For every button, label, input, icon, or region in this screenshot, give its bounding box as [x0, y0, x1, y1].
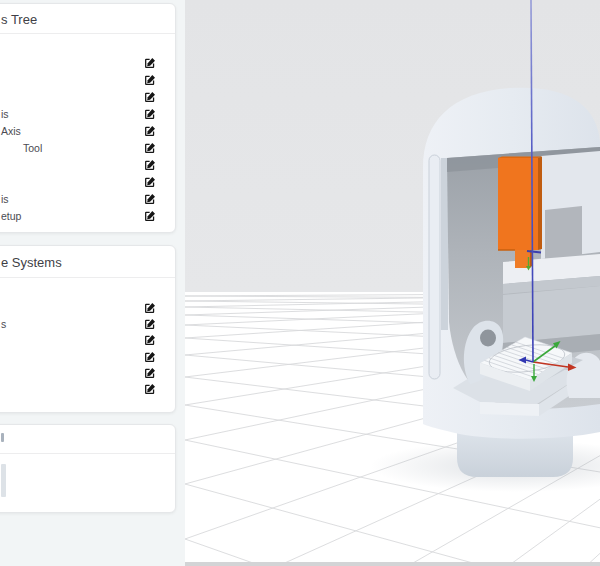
interior-rear-slab [503, 286, 600, 343]
cropped-icon-fragment [1, 433, 4, 442]
panel-systems-header: e Systems [0, 246, 175, 278]
tree-row[interactable]: Axis [0, 123, 175, 140]
cropped-icon-fragment [1, 464, 6, 497]
viewport-3d[interactable] [185, 0, 600, 566]
tree-row[interactable]: etup [0, 208, 175, 225]
edit-icon[interactable] [144, 334, 156, 346]
edit-icon[interactable] [144, 74, 156, 86]
edit-icon[interactable] [144, 367, 156, 379]
tree-row[interactable] [0, 55, 175, 72]
trunnion-arm-hole [480, 330, 496, 347]
tree-row[interactable] [0, 157, 175, 174]
edit-icon[interactable] [144, 302, 156, 314]
edit-icon[interactable] [144, 108, 156, 120]
panel-extra [0, 424, 176, 513]
edit-icon[interactable] [144, 210, 156, 222]
tree-row[interactable]: Tool [0, 140, 175, 157]
spindle-nose [515, 250, 530, 268]
edit-icon[interactable] [144, 351, 156, 363]
tree-row[interactable]: is [0, 106, 175, 123]
panel-tree-title: s Tree [1, 11, 37, 26]
panel-extra-header [0, 425, 175, 454]
viewport-bottom-strip [185, 562, 600, 566]
shell-groove [429, 155, 440, 379]
panel-systems-title: e Systems [1, 254, 62, 269]
tree-row[interactable] [0, 72, 175, 89]
list-row[interactable] [0, 332, 175, 349]
machine-3d-scene [185, 0, 600, 566]
edit-icon[interactable] [144, 193, 156, 205]
edit-icon[interactable] [144, 125, 156, 137]
edit-icon[interactable] [144, 176, 156, 188]
edit-icon[interactable] [144, 57, 156, 69]
panel-systems: e Systems s [0, 245, 176, 413]
opening-bevel [441, 158, 448, 330]
tree-row[interactable] [0, 174, 175, 191]
list-row[interactable] [0, 365, 175, 382]
app-root: s Tree is Axis Tool is etup e Systems s [0, 0, 600, 566]
list-row[interactable] [0, 300, 175, 317]
edit-icon[interactable] [144, 142, 156, 154]
edit-icon[interactable] [144, 159, 156, 171]
edit-icon[interactable] [144, 91, 156, 103]
list-row[interactable] [0, 381, 175, 398]
list-row[interactable]: s [0, 316, 175, 333]
panel-tree-header: s Tree [0, 4, 175, 34]
edit-icon[interactable] [144, 383, 156, 395]
tree-row[interactable] [0, 89, 175, 106]
panel-tree: s Tree is Axis Tool is etup [0, 3, 176, 233]
edit-icon[interactable] [144, 318, 156, 330]
tree-row[interactable]: is [0, 191, 175, 208]
list-row[interactable] [0, 349, 175, 366]
trunnion-platform-front [480, 402, 539, 416]
